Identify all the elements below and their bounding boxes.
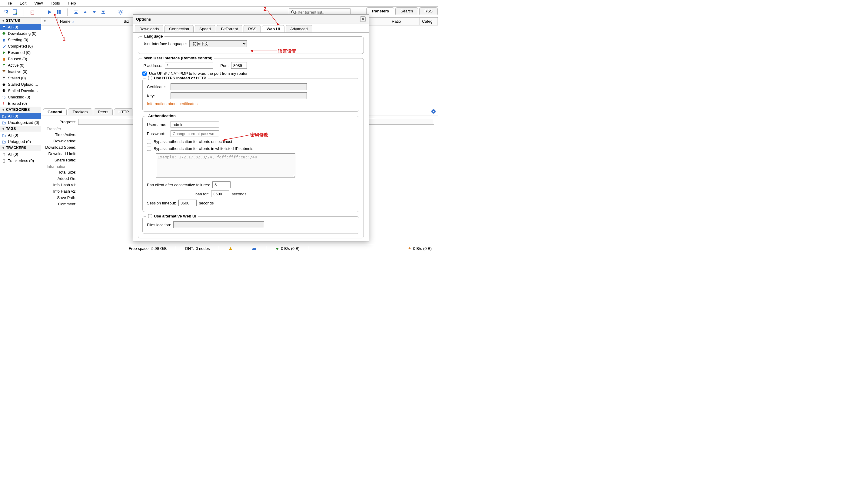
sidebar-tags-header[interactable]: ▼TAGS bbox=[0, 126, 41, 132]
status-speedometer-icon[interactable] bbox=[251, 247, 257, 250]
port-input[interactable] bbox=[231, 62, 247, 69]
tab-rss[interactable]: RSS bbox=[419, 7, 438, 14]
detail-label: Save Path: bbox=[45, 195, 78, 200]
dialog-close-button[interactable]: × bbox=[360, 17, 366, 22]
sidebar-tags-item-1[interactable]: Untagged (0) bbox=[0, 138, 41, 145]
col-size[interactable]: Siz bbox=[121, 18, 133, 25]
dtab-advanced[interactable]: Advanced bbox=[286, 25, 312, 32]
search-input[interactable] bbox=[295, 10, 349, 14]
sidebar-trackers-item-1[interactable]: Trackerless (0) bbox=[0, 158, 41, 164]
sidebar-categories-header[interactable]: ▼CATEGORIES bbox=[0, 107, 41, 113]
detail-tab-http[interactable]: HTTP bbox=[114, 108, 133, 115]
svg-marker-33 bbox=[2, 64, 6, 67]
settings-icon[interactable] bbox=[118, 9, 124, 15]
svg-marker-27 bbox=[2, 26, 6, 29]
col-num[interactable]: # bbox=[41, 18, 57, 25]
username-input[interactable] bbox=[171, 121, 219, 128]
sidebar-status-item-9[interactable]: Stalled Uploadi… bbox=[0, 81, 41, 87]
arrow-down-green-icon bbox=[2, 32, 6, 36]
dtab-rss[interactable]: RSS bbox=[244, 25, 261, 32]
dtab-downloads[interactable]: Downloads bbox=[135, 25, 163, 32]
sidebar-status-item-4[interactable]: Resumed (0) bbox=[0, 50, 41, 56]
menu-tools[interactable]: Tools bbox=[47, 0, 63, 6]
add-file-icon[interactable]: + bbox=[12, 9, 18, 15]
dtab-speed[interactable]: Speed bbox=[195, 25, 215, 32]
resume-icon[interactable] bbox=[47, 9, 53, 15]
sidebar-status-header[interactable]: ▼STATUS bbox=[0, 18, 41, 24]
sidebar-categories-item-0[interactable]: All (0) bbox=[0, 113, 41, 119]
sidebar-item-label: Paused (0) bbox=[8, 57, 27, 61]
bypass-local-checkbox[interactable] bbox=[147, 140, 151, 144]
svg-marker-37 bbox=[2, 89, 6, 93]
dtab-connection[interactable]: Connection bbox=[164, 25, 194, 32]
move-up-icon[interactable] bbox=[82, 9, 88, 15]
sidebar-status-item-11[interactable]: Checking (0) bbox=[0, 94, 41, 100]
detail-tab-peers[interactable]: Peers bbox=[94, 108, 113, 115]
menu-help[interactable]: Help bbox=[64, 0, 80, 6]
cert-info-link[interactable]: Information about certificates bbox=[147, 101, 197, 106]
svg-marker-7 bbox=[48, 10, 52, 14]
ban-input[interactable] bbox=[212, 181, 231, 188]
svg-marker-34 bbox=[2, 70, 6, 73]
sidebar-status-item-0[interactable]: All (0) bbox=[0, 24, 41, 30]
delete-icon[interactable] bbox=[29, 9, 35, 15]
altui-checkbox[interactable] bbox=[148, 214, 152, 218]
banfor-label: ban for: bbox=[195, 192, 209, 196]
menu-edit[interactable]: Edit bbox=[16, 0, 30, 6]
collapse-details-icon[interactable] bbox=[431, 109, 436, 115]
col-categ[interactable]: Categ bbox=[419, 18, 438, 25]
https-checkbox[interactable] bbox=[148, 76, 152, 80]
language-select[interactable]: 简体中文 bbox=[189, 40, 247, 47]
dtab-webui[interactable]: Web UI bbox=[262, 25, 285, 32]
sidebar-status-item-6[interactable]: Active (0) bbox=[0, 62, 41, 68]
sidebar-status-item-8[interactable]: Stalled (0) bbox=[0, 75, 41, 81]
svg-line-21 bbox=[119, 10, 119, 11]
detail-tab-trackers[interactable]: Trackers bbox=[68, 108, 92, 115]
sidebar-status-item-1[interactable]: Downloading (0) bbox=[0, 30, 41, 37]
move-top-icon[interactable] bbox=[73, 9, 79, 15]
move-down-icon[interactable] bbox=[91, 9, 97, 15]
sidebar-categories-item-1[interactable]: Uncategorized (0) bbox=[0, 119, 41, 126]
sidebar: ▼STATUS All (0)Downloading (0)Seeding (0… bbox=[0, 18, 41, 245]
search-icon bbox=[291, 10, 295, 14]
webui-legend: Web User Interface (Remote control) bbox=[142, 56, 214, 60]
sidebar-item-label: Resumed (0) bbox=[8, 50, 31, 55]
sidebar-status-item-5[interactable]: Paused (0) bbox=[0, 56, 41, 62]
bypass-subnet-checkbox[interactable] bbox=[147, 147, 151, 151]
sidebar-trackers-header[interactable]: ▼TRACKERS bbox=[0, 145, 41, 151]
sidebar-tags-item-0[interactable]: All (0) bbox=[0, 132, 41, 138]
svg-marker-36 bbox=[2, 83, 6, 86]
pause-icon[interactable] bbox=[56, 9, 62, 15]
svg-text:+: + bbox=[15, 11, 17, 15]
upnp-checkbox[interactable] bbox=[142, 72, 147, 76]
sidebar-status-item-7[interactable]: Inactive (0) bbox=[0, 68, 41, 75]
move-bottom-icon[interactable] bbox=[100, 9, 106, 15]
error-red-icon: ! bbox=[2, 101, 6, 106]
tab-transfers[interactable]: Transfers bbox=[366, 7, 394, 14]
detail-tab-general[interactable]: General bbox=[43, 108, 67, 115]
port-label: Port: bbox=[221, 63, 229, 68]
col-name[interactable]: Name▲ bbox=[57, 18, 121, 25]
add-link-icon[interactable]: + bbox=[3, 9, 9, 15]
sidebar-item-label: Uncategorized (0) bbox=[8, 120, 39, 125]
sidebar-trackers-item-0[interactable]: All (0) bbox=[0, 151, 41, 158]
svg-marker-14 bbox=[101, 11, 105, 13]
sidebar-status-item-2[interactable]: Seeding (0) bbox=[0, 37, 41, 43]
session-input[interactable] bbox=[179, 200, 196, 206]
password-input[interactable] bbox=[171, 130, 219, 137]
tab-search[interactable]: Search bbox=[395, 7, 418, 14]
sidebar-status-item-12[interactable]: !Errored (0) bbox=[0, 100, 41, 107]
dtab-bittorrent[interactable]: BitTorrent bbox=[217, 25, 243, 32]
status-altspeed-icon[interactable] bbox=[228, 247, 233, 251]
menu-view[interactable]: View bbox=[31, 0, 46, 6]
svg-marker-29 bbox=[2, 39, 6, 42]
status-download[interactable]: 0 B/s (0 B) bbox=[275, 246, 299, 251]
col-ratio[interactable]: Ratio bbox=[389, 18, 419, 25]
menu-file[interactable]: File bbox=[2, 0, 15, 6]
banfor-input[interactable] bbox=[211, 191, 229, 197]
arrow-up-blue-icon bbox=[2, 38, 6, 42]
status-upload[interactable]: 0 B/s (0 B) bbox=[408, 246, 432, 251]
sidebar-status-item-3[interactable]: Completed (0) bbox=[0, 43, 41, 50]
ip-input[interactable] bbox=[165, 62, 213, 69]
sidebar-status-item-10[interactable]: Stalled Downlo… bbox=[0, 87, 41, 94]
